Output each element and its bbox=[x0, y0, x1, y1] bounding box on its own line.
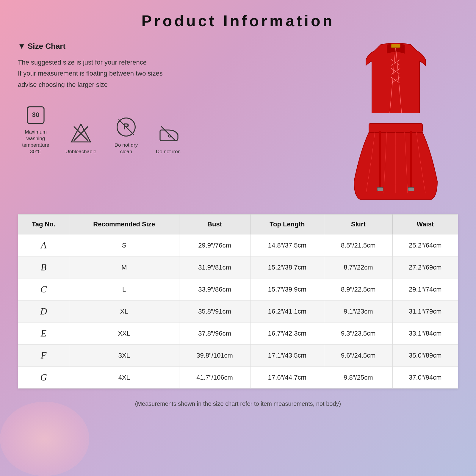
size-table-wrapper: Tag No. Recommended Size Bust Top Length… bbox=[18, 214, 458, 389]
skirt-cell: 9.3"/23.5cm bbox=[324, 322, 393, 345]
page-container: Product Information Size Chart The sugge… bbox=[0, 0, 476, 476]
col-waist: Waist bbox=[392, 214, 458, 234]
skirt-cell: 9.8"/25cm bbox=[324, 367, 393, 389]
care-icon-dryclean: P Do not dry clean bbox=[108, 115, 144, 155]
bleach-icon bbox=[69, 122, 93, 145]
size-cell: L bbox=[69, 278, 179, 300]
page-title: Product Information bbox=[18, 12, 458, 30]
top-length-cell: 17.6"/44.7cm bbox=[250, 367, 324, 389]
size-cell: XL bbox=[69, 300, 179, 322]
desc-line-1: The suggested size is just for your refe… bbox=[18, 57, 321, 68]
product-skirt-svg bbox=[351, 122, 440, 202]
svg-rect-11 bbox=[391, 44, 400, 48]
skirt-cell: 9.1"/23cm bbox=[324, 300, 393, 322]
svg-rect-20 bbox=[410, 131, 412, 190]
product-image-area bbox=[333, 42, 458, 202]
table-row: F 3XL 39.8"/101cm 17.1"/43.5cm 9.6"/24.5… bbox=[18, 345, 458, 367]
bust-cell: 33.9"/86cm bbox=[179, 278, 250, 300]
tag-cell: A bbox=[18, 234, 69, 256]
table-row: C L 33.9"/86cm 15.7"/39.9cm 8.9"/22.5cm … bbox=[18, 278, 458, 300]
desc-line-2: If your measurement is floating between … bbox=[18, 68, 321, 79]
svg-rect-18 bbox=[369, 123, 422, 132]
product-top-svg bbox=[363, 42, 428, 116]
tag-cell: F bbox=[18, 345, 69, 367]
size-cell: XXL bbox=[69, 322, 179, 345]
col-skirt: Skirt bbox=[324, 214, 393, 234]
size-cell: M bbox=[69, 256, 179, 278]
bust-cell: 31.9"/81cm bbox=[179, 256, 250, 278]
top-length-cell: 17.1"/43.5cm bbox=[250, 345, 324, 367]
table-row: D XL 35.8"/91cm 16.2"/41.1cm 9.1"/23cm 3… bbox=[18, 300, 458, 322]
bust-cell: 35.8"/91cm bbox=[179, 300, 250, 322]
waist-cell: 35.0"/89cm bbox=[392, 345, 458, 367]
bust-cell: 29.9"/76cm bbox=[179, 234, 250, 256]
table-header-row: Tag No. Recommended Size Bust Top Length… bbox=[18, 214, 458, 234]
top-length-cell: 14.8"/37.5cm bbox=[250, 234, 324, 256]
col-tag: Tag No. bbox=[18, 214, 69, 234]
tag-cell: B bbox=[18, 256, 69, 278]
bust-cell: 39.8"/101cm bbox=[179, 345, 250, 367]
care-icon-bleach: Unbleachable bbox=[65, 122, 96, 155]
iron-label: Do not iron bbox=[156, 148, 181, 155]
col-size: Recommended Size bbox=[69, 214, 179, 234]
col-bust: Bust bbox=[179, 214, 250, 234]
care-icons: 30 Maximum washing temperature 30℃ Unble… bbox=[18, 102, 321, 155]
size-table: Tag No. Recommended Size Bust Top Length… bbox=[18, 214, 458, 389]
top-length-cell: 15.2"/38.7cm bbox=[250, 256, 324, 278]
desc-line-3: advise choosing the larger size bbox=[18, 79, 321, 90]
svg-text:30: 30 bbox=[32, 111, 40, 118]
skirt-cell: 8.9"/22.5cm bbox=[324, 278, 393, 300]
care-icon-iron: Do not iron bbox=[156, 122, 181, 155]
dryclean-label: Do not dry clean bbox=[108, 142, 144, 155]
table-row: E XXL 37.8"/96cm 16.7"/42.3cm 9.3"/23.5c… bbox=[18, 322, 458, 345]
table-row: A S 29.9"/76cm 14.8"/37.5cm 8.5"/21.5cm … bbox=[18, 234, 458, 256]
top-length-cell: 16.7"/42.3cm bbox=[250, 322, 324, 345]
size-cell: 4XL bbox=[69, 367, 179, 389]
bleach-label: Unbleachable bbox=[65, 148, 96, 155]
top-section: Size Chart The suggested size is just fo… bbox=[18, 42, 458, 202]
waist-cell: 25.2"/64cm bbox=[392, 234, 458, 256]
svg-rect-19 bbox=[379, 131, 381, 190]
waist-cell: 29.1"/74cm bbox=[392, 278, 458, 300]
size-chart-title: Size Chart bbox=[18, 42, 321, 51]
bust-cell: 37.8"/96cm bbox=[179, 322, 250, 345]
top-length-cell: 15.7"/39.9cm bbox=[250, 278, 324, 300]
wash-icon: 30 bbox=[24, 102, 48, 126]
footnote: (Measurements shown in the size chart re… bbox=[18, 397, 458, 410]
top-length-cell: 16.2"/41.1cm bbox=[250, 300, 324, 322]
size-cell: 3XL bbox=[69, 345, 179, 367]
tag-cell: C bbox=[18, 278, 69, 300]
dryclean-icon: P bbox=[114, 115, 138, 139]
bust-cell: 41.7"/106cm bbox=[179, 367, 250, 389]
skirt-cell: 8.7"/22cm bbox=[324, 256, 393, 278]
col-top-length: Top Length bbox=[250, 214, 324, 234]
waist-cell: 27.2"/69cm bbox=[392, 256, 458, 278]
skirt-cell: 8.5"/21.5cm bbox=[324, 234, 393, 256]
table-row: G 4XL 41.7"/106cm 17.6"/44.7cm 9.8"/25cm… bbox=[18, 367, 458, 389]
size-description: The suggested size is just for your refe… bbox=[18, 57, 321, 90]
svg-rect-22 bbox=[408, 187, 414, 191]
iron-icon bbox=[156, 122, 180, 145]
svg-rect-21 bbox=[377, 187, 383, 191]
care-icon-wash: 30 Maximum washing temperature 30℃ bbox=[18, 102, 54, 155]
table-row: B M 31.9"/81cm 15.2"/38.7cm 8.7"/22cm 27… bbox=[18, 256, 458, 278]
waist-cell: 37.0"/94cm bbox=[392, 367, 458, 389]
waist-cell: 31.1"/79cm bbox=[392, 300, 458, 322]
tag-cell: E bbox=[18, 322, 69, 345]
left-info: Size Chart The suggested size is just fo… bbox=[18, 42, 333, 155]
tag-cell: G bbox=[18, 367, 69, 389]
wash-label: Maximum washing temperature 30℃ bbox=[18, 129, 54, 155]
waist-cell: 33.1"/84cm bbox=[392, 322, 458, 345]
tag-cell: D bbox=[18, 300, 69, 322]
svg-line-8 bbox=[161, 126, 176, 141]
fluffy-decoration bbox=[0, 402, 89, 476]
skirt-cell: 9.6"/24.5cm bbox=[324, 345, 393, 367]
size-cell: S bbox=[69, 234, 179, 256]
